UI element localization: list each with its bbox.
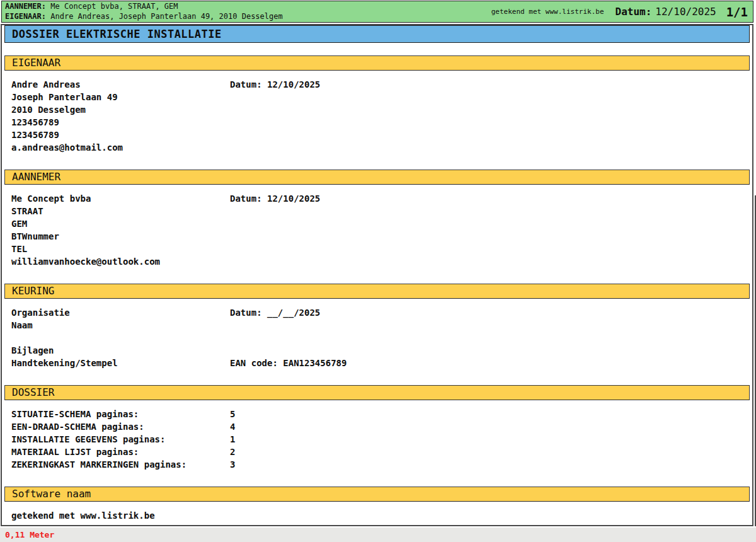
document-title: DOSSIER ELEKTRISCHE INSTALLATIE [12,28,222,40]
field-row: EEN-DRAAD-SCHEMA paginas:4 [11,420,750,433]
watermark-text: getekend met www.listrik.be [491,8,604,16]
section-header-eigenaar: EIGENAAR [4,55,750,71]
section-keuring: KEURING OrganisatieDatum: __/__/2025 Naa… [4,284,750,369]
section-content-eigenaar: Andre AndreasDatum: 12/10/2025 Joseph Pa… [4,78,750,154]
field-row: getekend met www.listrik.be [11,509,750,522]
top-info-left: AANNEMER: Me Concept bvba, STRAAT, GEM E… [2,2,491,21]
field-label: 123456789 [11,130,59,140]
section-header-keuring: KEURING [4,284,750,299]
section-header-aannemer: AANNEMER [4,170,750,185]
top-info-right: getekend met www.listrik.be Datum: 12/10… [491,5,753,19]
field-row: TEL [11,243,750,255]
field-row: Bijlagen [11,344,750,357]
field-row: ZEKERINGKAST MARKERINGEN paginas:3 [11,458,750,471]
field-row: Joseph Panterlaan 49 [11,91,750,103]
field-value: EAN code: EAN123456789 [230,357,346,369]
field-value: 4 [230,420,235,433]
top-eigenaar-value: Andre Andreas, Joseph Panterlaan 49, 201… [46,12,283,21]
date-value: 12/10/2025 [655,6,716,18]
top-eigenaar-label: EIGENAAR: [5,12,46,21]
field-label: EEN-DRAAD-SCHEMA paginas: [11,422,144,432]
field-row: MATERIAAL LIJST paginas:2 [11,446,750,458]
field-value: Datum: 12/10/2025 [230,192,320,205]
section-content-keuring: OrganisatieDatum: __/__/2025 Naam Bijlag… [4,306,750,369]
field-label: 123456789 [11,117,59,127]
field-label: Joseph Panterlaan 49 [11,92,118,102]
top-eigenaar-line: EIGENAAR: Andre Andreas, Joseph Panterla… [5,12,491,21]
top-info-bar: AANNEMER: Me Concept bvba, STRAAT, GEM E… [1,1,753,23]
field-row: INSTALLATIE GEGEVENS paginas:1 [11,433,750,446]
document-title-bar: DOSSIER ELEKTRISCHE INSTALLATIE [4,25,750,43]
top-aannemer-label: AANNEMER: [5,2,46,11]
section-dossier: DOSSIER SITUATIE-SCHEMA paginas:5 EEN-DR… [4,385,750,471]
field-row: BTWnummer [11,230,750,243]
field-row: Me Concept bvbaDatum: 12/10/2025 [11,192,750,205]
field-label: Handtekening/Stempel [11,358,118,368]
field-label: ZEKERINGKAST MARKERINGEN paginas: [11,459,186,470]
field-label: GEM [11,219,27,229]
section-content-software: getekend met www.listrik.be [4,509,750,522]
field-row: Naam [11,319,750,332]
field-row: Handtekening/StempelEAN code: EAN1234567… [11,357,750,369]
field-label: 2010 Desselgem [11,105,86,115]
field-value: 5 [230,408,235,420]
field-row: a.andreas@hotmail.com [11,141,750,154]
field-label: BTWnummer [11,231,59,241]
field-row: 123456789 [11,116,750,129]
field-label: MATERIAAL LIJST paginas: [11,447,139,457]
section-content-dossier: SITUATIE-SCHEMA paginas:5 EEN-DRAAD-SCHE… [4,408,750,471]
date-label: Datum: [616,6,652,18]
field-label: Me Concept bvba [11,193,91,204]
page-indicator: 1/1 [726,5,748,19]
field-label: INSTALLATIE GEGEVENS paginas: [11,434,165,444]
field-label: TEL [11,244,27,254]
field-row: 2010 Desselgem [11,103,750,116]
field-value: Datum: __/__/2025 [230,306,320,319]
top-aannemer-value: Me Concept bvba, STRAAT, GEM [46,2,178,11]
section-eigenaar: EIGENAAR Andre AndreasDatum: 12/10/2025 … [4,55,750,154]
field-row-blank [11,332,750,344]
field-row: williamvanhoecke@outlook.com [11,255,750,268]
section-header-dossier: DOSSIER [4,385,750,400]
field-label: williamvanhoecke@outlook.com [11,257,160,267]
field-value: 3 [230,458,235,471]
field-value: 2 [230,446,235,458]
field-value: Datum: 12/10/2025 [230,78,320,91]
section-software: Software naam getekend met www.listrik.b… [4,487,750,522]
field-row: SITUATIE-SCHEMA paginas:5 [11,408,750,420]
field-label: getekend met www.listrik.be [11,510,155,521]
document-page: DOSSIER ELEKTRISCHE INSTALLATIE EIGENAAR… [1,24,753,526]
field-value: 1 [230,433,235,446]
field-label: Naam [11,320,33,330]
section-content-aannemer: Me Concept bvbaDatum: 12/10/2025 STRAAT … [4,192,750,268]
field-label: SITUATIE-SCHEMA paginas: [11,409,139,419]
field-row: OrganisatieDatum: __/__/2025 [11,306,750,319]
field-label: a.andreas@hotmail.com [11,142,123,153]
status-measurement-text: 0,11 Meter [5,528,54,542]
field-label: Andre Andreas [11,79,81,89]
field-label: Organisatie [11,308,70,318]
field-row: STRAAT [11,205,750,217]
status-bar: 0,11 Meter [0,528,756,542]
top-aannemer-line: AANNEMER: Me Concept bvba, STRAAT, GEM [5,2,491,11]
field-row: Andre AndreasDatum: 12/10/2025 [11,78,750,91]
field-row: GEM [11,217,750,230]
section-header-software: Software naam [4,487,750,502]
field-label: Bijlagen [11,345,54,355]
section-aannemer: AANNEMER Me Concept bvbaDatum: 12/10/202… [4,170,750,268]
field-label: STRAAT [11,206,43,216]
field-row: 123456789 [11,129,750,141]
